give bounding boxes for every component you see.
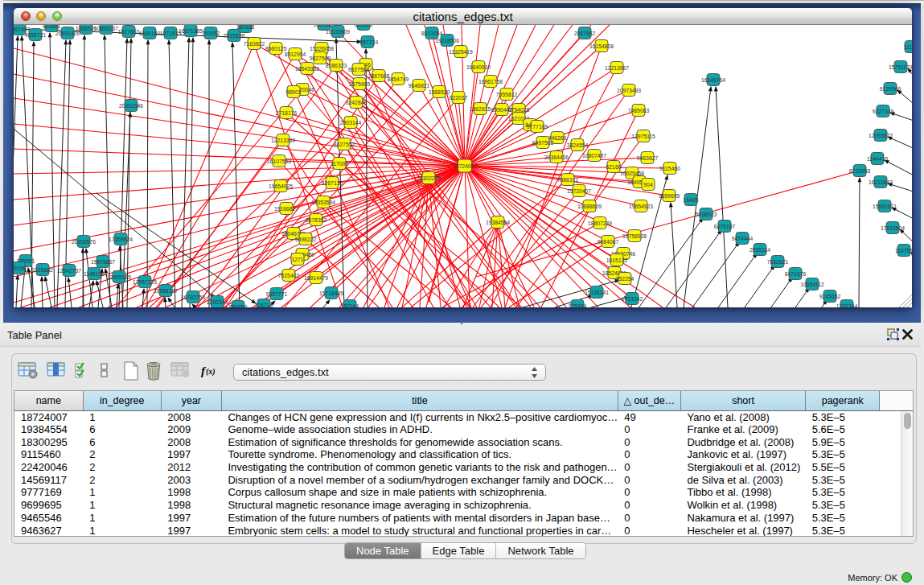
svg-text:8215958: 8215958 <box>849 168 871 174</box>
svg-text:16914479: 16914479 <box>304 275 328 281</box>
svg-text:15751074: 15751074 <box>889 64 912 70</box>
svg-text:3675685: 3675685 <box>349 81 371 87</box>
svg-text:1145194: 1145194 <box>84 271 105 277</box>
svg-text:12213967: 12213967 <box>605 65 629 71</box>
svg-text:6794028: 6794028 <box>508 107 530 113</box>
svg-text:10973493: 10973493 <box>617 88 641 93</box>
svg-text:15226058: 15226058 <box>310 46 334 51</box>
svg-text:9242848: 9242848 <box>346 100 368 105</box>
svg-text:16671385: 16671385 <box>179 28 203 34</box>
svg-text:12942737: 12942737 <box>57 268 81 274</box>
svg-text:7357224: 7357224 <box>357 39 379 45</box>
svg-text:16405: 16405 <box>684 197 699 203</box>
svg-text:2087682: 2087682 <box>574 31 596 36</box>
svg-text:7625402: 7625402 <box>278 273 300 278</box>
svg-text:751552: 751552 <box>202 31 220 36</box>
svg-text:15716485: 15716485 <box>319 290 343 296</box>
svg-text:15720407: 15720407 <box>567 188 591 194</box>
svg-text:16648764: 16648764 <box>701 77 725 83</box>
svg-text:19384554: 19384554 <box>486 220 510 225</box>
svg-text:9115460: 9115460 <box>659 166 680 171</box>
svg-text:116753: 116753 <box>895 248 912 253</box>
svg-text:2867608: 2867608 <box>368 73 390 79</box>
svg-text:6479197: 6479197 <box>714 224 736 229</box>
svg-text:12093872: 12093872 <box>869 133 893 138</box>
svg-text:8186323: 8186323 <box>326 63 347 68</box>
svg-text:9129966: 9129966 <box>880 86 901 92</box>
svg-text:17359924: 17359924 <box>109 237 133 242</box>
svg-text:10654112: 10654112 <box>800 282 824 287</box>
svg-text:1753342: 1753342 <box>622 296 643 302</box>
svg-text:1115682: 1115682 <box>32 267 53 273</box>
svg-text:8678352: 8678352 <box>306 217 327 223</box>
svg-text:903561: 903561 <box>43 25 61 29</box>
svg-text:1362615: 1362615 <box>470 106 491 112</box>
svg-text:16543362: 16543362 <box>295 66 319 72</box>
svg-text:117006: 117006 <box>331 161 348 167</box>
svg-text:7485063: 7485063 <box>628 108 650 113</box>
svg-text:20691406: 20691406 <box>55 31 80 36</box>
svg-text:16210643: 16210643 <box>869 179 893 185</box>
svg-text:10688609: 10688609 <box>577 204 602 209</box>
svg-text:9699695: 9699695 <box>659 193 680 199</box>
svg-text:9777169: 9777169 <box>527 124 548 130</box>
svg-text:9474444: 9474444 <box>732 236 754 241</box>
svg-text:6466160: 6466160 <box>139 31 161 36</box>
svg-text:12975115: 12975115 <box>631 134 655 139</box>
svg-text:16961758: 16961758 <box>478 79 503 84</box>
svg-text:8660125: 8660125 <box>265 46 287 51</box>
svg-text:9527508: 9527508 <box>348 67 370 72</box>
svg-text:9684067: 9684067 <box>598 239 619 245</box>
svg-text:5938923: 5938923 <box>696 212 717 217</box>
svg-text:822037: 822037 <box>450 95 468 101</box>
svg-text:15302275: 15302275 <box>417 175 441 181</box>
svg-text:10655267: 10655267 <box>94 26 118 31</box>
svg-text:9857771: 9857771 <box>266 291 288 297</box>
svg-text:9227349: 9227349 <box>873 109 894 114</box>
svg-text:2718176: 2718176 <box>276 110 298 116</box>
svg-text:17957225: 17957225 <box>133 279 157 285</box>
svg-text:20206576: 20206576 <box>72 239 96 245</box>
svg-text:881305: 881305 <box>355 25 373 27</box>
svg-text:3824554: 3824554 <box>567 142 589 148</box>
svg-text:8454749: 8454749 <box>388 76 409 82</box>
svg-text:19218506: 19218506 <box>435 38 459 43</box>
svg-text:62160: 62160 <box>606 164 622 170</box>
svg-text:4055721: 4055721 <box>25 32 47 38</box>
svg-text:1271: 1271 <box>291 257 303 262</box>
svg-text:175334: 175334 <box>569 303 587 308</box>
svg-text:8267130: 8267130 <box>322 180 343 186</box>
svg-text:5498222: 5498222 <box>295 237 317 242</box>
svg-text:1527602: 1527602 <box>118 29 140 35</box>
svg-text:11178: 11178 <box>904 44 912 50</box>
svg-text:9646821: 9646821 <box>409 83 430 89</box>
svg-text:8912954: 8912954 <box>285 51 306 57</box>
svg-text:6497568: 6497568 <box>532 140 554 146</box>
svg-text:19756928: 19756928 <box>622 233 647 239</box>
svg-text:326713: 326713 <box>255 303 273 308</box>
svg-text:160338: 160338 <box>236 25 255 30</box>
svg-text:7163822: 7163822 <box>244 41 265 47</box>
svg-text:8427552: 8427552 <box>334 142 355 147</box>
svg-text:252254: 252254 <box>616 276 634 282</box>
svg-text:2935114: 2935114 <box>749 247 770 253</box>
svg-text:16640910: 16640910 <box>466 64 491 70</box>
svg-text:904: 904 <box>643 182 653 187</box>
svg-text:7632621: 7632621 <box>767 259 789 265</box>
svg-text:19166827: 19166827 <box>274 206 298 212</box>
svg-text:1292344: 1292344 <box>207 299 228 305</box>
svg-text:98901: 98901 <box>286 89 302 95</box>
svg-text:12905185: 12905185 <box>107 274 131 280</box>
svg-text:9827509: 9827509 <box>310 56 331 61</box>
svg-text:1867497: 1867497 <box>14 27 30 32</box>
svg-text:2803144: 2803144 <box>340 120 362 126</box>
svg-text:16107553: 16107553 <box>267 159 291 164</box>
svg-text:20053346: 20053346 <box>119 103 143 109</box>
svg-text:18807249: 18807249 <box>588 220 612 226</box>
svg-text:10025458: 10025458 <box>620 171 644 176</box>
svg-text:16782759: 16782759 <box>181 295 205 300</box>
svg-text:1244415: 1244415 <box>867 156 889 162</box>
svg-text:15136141: 15136141 <box>585 290 609 295</box>
svg-text:8471676: 8471676 <box>785 271 807 277</box>
svg-text:9245652: 9245652 <box>819 294 841 299</box>
